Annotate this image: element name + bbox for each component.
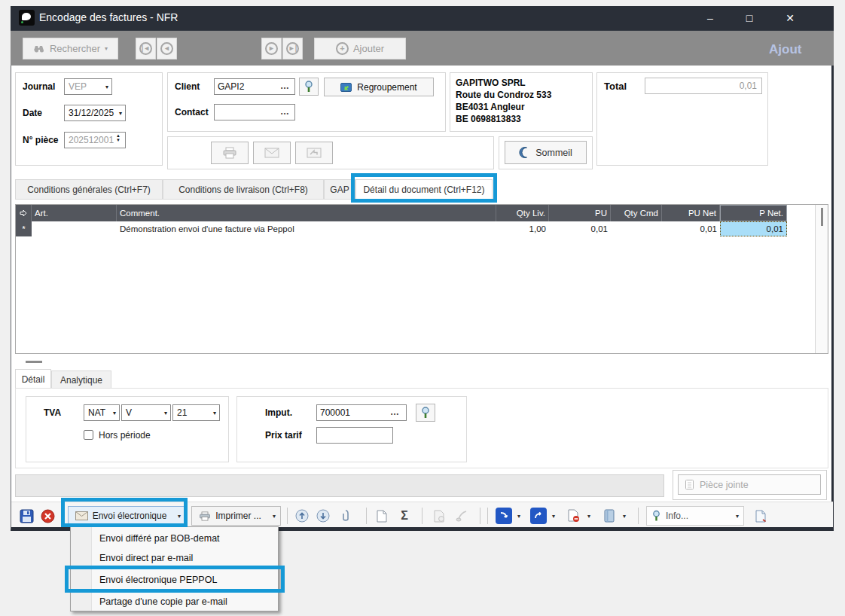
- nav-last-button[interactable]: ►|: [282, 38, 303, 59]
- splitter-handle[interactable]: [26, 361, 42, 363]
- email-document-button[interactable]: [253, 142, 291, 164]
- blue-arrow-right-icon: [530, 508, 547, 524]
- sum-button[interactable]: Σ: [395, 506, 414, 526]
- sommeil-label: Sommeil: [535, 148, 572, 158]
- client-lookup-ellipsis[interactable]: …: [280, 81, 290, 91]
- col-pu-net[interactable]: PU Net: [662, 205, 720, 221]
- cell-qty-liv[interactable]: 1,00: [496, 221, 549, 236]
- imput-zoom-button[interactable]: [416, 404, 435, 422]
- send-electronic-button[interactable]: [295, 142, 333, 164]
- maximize-icon: □: [746, 12, 752, 24]
- envoi-electronique-dropdown[interactable]: ▾: [173, 506, 186, 526]
- col-art[interactable]: Art.: [32, 205, 117, 221]
- new-page-button[interactable]: [372, 506, 392, 526]
- invoice-line-row[interactable]: * Démonstration envoi d'une facture via …: [16, 221, 787, 236]
- export-button[interactable]: [529, 506, 548, 526]
- hors-periode-checkbox[interactable]: [84, 430, 93, 440]
- attach-file-button[interactable]: [336, 506, 355, 526]
- rechercher-label: Rechercher: [50, 43, 100, 54]
- menu-item-envoi-peppol[interactable]: Envoi électronique PEPPOL: [92, 570, 277, 590]
- book-icon: [604, 509, 615, 523]
- save-button[interactable]: [17, 506, 36, 526]
- export-dropdown[interactable]: ▾: [548, 506, 559, 526]
- envoi-electronique-button[interactable]: Envoi électronique: [68, 506, 174, 526]
- sommeil-button[interactable]: Sommeil: [505, 141, 587, 164]
- tab-conditions-generales[interactable]: Conditions générales (Ctrl+F7): [15, 179, 163, 200]
- imprimer-button[interactable]: Imprimer ...: [191, 506, 269, 526]
- tva-regime-select[interactable]: NAT ▾: [84, 404, 120, 421]
- document-remove-dropdown[interactable]: ▾: [584, 506, 594, 526]
- scrollbar-thumb[interactable]: [821, 208, 823, 226]
- col-qty-cmd[interactable]: Qty Cmd: [611, 205, 662, 221]
- menu-item-partage-copie[interactable]: Partage d'une copie par e-mail: [92, 592, 277, 611]
- next-document-button[interactable]: [313, 506, 333, 526]
- piece-value: 202512001: [69, 135, 114, 145]
- window-title: Encodage des factures - NFR: [39, 11, 178, 23]
- nav-next-button[interactable]: ►: [261, 38, 282, 59]
- nav-previous-button[interactable]: ◄: [157, 38, 177, 59]
- magnifier-icon: [304, 81, 314, 93]
- info-combobox[interactable]: Info... ▾: [646, 506, 744, 526]
- col-p-net[interactable]: P Net.: [720, 205, 787, 221]
- attachment-icon: [685, 479, 694, 490]
- imprimer-dropdown[interactable]: ▾: [268, 506, 281, 526]
- previous-document-button[interactable]: [292, 506, 312, 526]
- cancel-icon: [41, 509, 55, 523]
- tab-conditions-livraison[interactable]: Conditions de livraison (Ctrl+F8): [163, 179, 324, 200]
- maximize-button[interactable]: □: [735, 6, 764, 30]
- client-address: GAPITWO SPRL Route du Condroz 533 BE4031…: [456, 77, 551, 125]
- client-label: Client: [175, 81, 200, 92]
- document-check-button[interactable]: [429, 506, 449, 526]
- regroupement-button[interactable]: Regroupement: [324, 78, 434, 96]
- import-button[interactable]: [495, 506, 513, 526]
- print-document-button[interactable]: [211, 142, 249, 164]
- grid-vertical-scrollbar[interactable]: [815, 205, 828, 353]
- cell-pu[interactable]: 0,01: [549, 221, 611, 236]
- cell-qty-cmd[interactable]: [611, 221, 662, 236]
- nav-first-button[interactable]: |◄: [136, 38, 156, 59]
- invoice-lines-grid[interactable]: Art. Comment. Qty Liv. PU Qty Cmd PU Net…: [15, 204, 828, 354]
- tva-rate-select[interactable]: 21 ▾: [172, 404, 220, 421]
- row-marker: *: [16, 221, 32, 236]
- prix-tarif-input[interactable]: [316, 427, 393, 444]
- cancel-button[interactable]: [38, 506, 57, 526]
- tab-analytique[interactable]: Analytique: [51, 371, 111, 389]
- cell-pu-net[interactable]: 0,01: [662, 221, 720, 236]
- col-qty-liv[interactable]: Qty Liv.: [496, 205, 549, 221]
- menu-item-envoi-direct[interactable]: Envoi direct par e-mail: [92, 548, 277, 568]
- ajouter-button[interactable]: + Ajouter: [314, 38, 406, 59]
- document-remove-button[interactable]: [565, 506, 583, 526]
- cell-art[interactable]: [32, 221, 117, 236]
- col-pu[interactable]: PU: [549, 205, 611, 221]
- rechercher-button[interactable]: Rechercher ▾: [23, 38, 118, 59]
- cell-p-net-selected[interactable]: 0,01: [720, 221, 787, 236]
- tab-detail[interactable]: Détail: [15, 369, 51, 389]
- info-label: Info...: [666, 511, 688, 521]
- menu-item-envoi-differe[interactable]: Envoi différé par BOB-demat: [92, 529, 277, 548]
- col-comment[interactable]: Comment.: [117, 205, 496, 221]
- address-line-3: BE4031 Angleur: [456, 101, 551, 113]
- minimize-button[interactable]: –: [696, 6, 725, 30]
- journal-select[interactable]: VEP ▾: [64, 78, 112, 95]
- date-select[interactable]: 31/12/2025 ▾: [64, 105, 126, 121]
- imput-lookup-ellipsis[interactable]: …: [390, 407, 400, 417]
- journal-book-button[interactable]: [600, 506, 618, 526]
- tab-gap[interactable]: GAP: [324, 179, 355, 200]
- document-copy-button[interactable]: [751, 506, 770, 526]
- tva-code-select[interactable]: V ▾: [121, 404, 171, 421]
- piece-jointe-button[interactable]: Pièce jointe: [678, 474, 821, 495]
- total-value: 0,01: [740, 81, 757, 91]
- journal-book-dropdown[interactable]: ▾: [619, 506, 630, 526]
- client-zoom-button[interactable]: [299, 78, 319, 96]
- import-dropdown[interactable]: ▾: [514, 506, 524, 526]
- contact-lookup-ellipsis[interactable]: …: [280, 106, 290, 117]
- spinner-arrows[interactable]: ▲ ▼: [116, 133, 120, 142]
- tab-detail-document[interactable]: Détail du document (Ctrl+F12): [355, 179, 493, 200]
- imput-label: Imput.: [265, 407, 292, 418]
- cell-comment[interactable]: Démonstration envoi d'une facture via Pe…: [117, 221, 496, 236]
- pipe-tool-button[interactable]: [452, 506, 471, 526]
- circle-arrow-down-icon: [316, 509, 330, 523]
- close-button[interactable]: ✕: [776, 6, 804, 30]
- minimize-icon: –: [707, 12, 713, 24]
- chevron-down-icon: ▾: [587, 513, 590, 520]
